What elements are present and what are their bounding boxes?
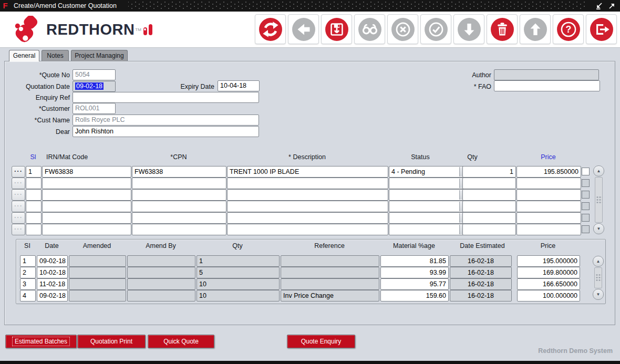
toolbar-approve-button[interactable] <box>420 14 451 44</box>
item-row-2-cpn-field[interactable] <box>132 178 226 189</box>
tab-project-managing[interactable]: Project Managing <box>71 50 128 61</box>
item-row-3-price-field[interactable] <box>516 189 581 201</box>
item-row-1-price-field[interactable]: 195.850000 <box>516 166 581 178</box>
quote-no-field[interactable]: 5054 <box>73 69 116 80</box>
history-scrollbar-thumb[interactable] <box>595 274 601 282</box>
item-row-1-lov-button[interactable]: ··· <box>12 166 25 178</box>
item-row-3-irn-mat-code-field[interactable] <box>42 189 131 201</box>
item-row-5-cpn-field[interactable] <box>132 212 226 224</box>
item-row-4-lov-button[interactable]: ··· <box>12 201 25 212</box>
item-row-4-price-field[interactable] <box>516 201 581 212</box>
toolbar-help-button[interactable]: ? <box>553 14 584 44</box>
items-scrollbar-up-arrow-icon[interactable]: ▲ <box>593 165 604 176</box>
item-row-2-description-field[interactable] <box>227 178 388 189</box>
restore-down-icon[interactable] <box>595 2 604 10</box>
item-row-6-cpn-field[interactable] <box>132 224 226 235</box>
item-row-6-description-field[interactable] <box>227 224 388 235</box>
items-scrollbar[interactable]: ▲▼ <box>593 165 604 234</box>
item-row-5-irn-mat-code-field[interactable] <box>42 212 131 224</box>
author-field[interactable] <box>494 69 599 80</box>
item-row-1-checkbox[interactable] <box>582 168 590 175</box>
maximize-icon[interactable] <box>607 2 616 10</box>
expiry-date-field[interactable]: 10-04-18 <box>218 80 260 91</box>
item-row-1-cpn-field[interactable]: FW63838 <box>132 166 226 178</box>
history-row-3-cell-7: 16-02-18 <box>450 278 512 290</box>
item-row-6-irn-mat-code-field[interactable] <box>42 224 131 235</box>
history-scrollbar[interactable]: ▲▼ <box>593 256 604 300</box>
fao-field[interactable] <box>494 80 600 91</box>
quick-quote-button[interactable]: Quick Quote <box>148 335 214 348</box>
item-row-5-qty-field[interactable] <box>462 212 516 224</box>
toolbar-delete-button[interactable] <box>487 14 518 44</box>
item-row-6-sl-field[interactable] <box>26 224 42 235</box>
item-row-1-description-field[interactable]: TRENT 1000 IP BLADE <box>227 166 388 178</box>
toolbar-cancel-button[interactable] <box>387 14 418 44</box>
enquiry-ref-field[interactable] <box>73 92 259 103</box>
expiry-date-label: Expiry Date <box>158 82 214 91</box>
item-row-2-status-select[interactable]: ▼ <box>389 178 469 189</box>
toolbar-up-button[interactable] <box>520 14 551 44</box>
customer-field[interactable]: ROL001 <box>73 103 116 114</box>
item-row-3-lov-button[interactable]: ··· <box>12 189 25 201</box>
item-row-3-sl-field[interactable] <box>26 189 42 201</box>
cust-name-field[interactable]: Rolls Royce PLC <box>73 115 259 126</box>
toolbar-find-button[interactable] <box>354 14 385 44</box>
items-scrollbar-track[interactable] <box>595 177 603 223</box>
item-row-1-qty-field[interactable]: 1 <box>462 166 516 178</box>
item-row-6-lov-button[interactable]: ··· <box>12 224 25 235</box>
item-row-2-irn-mat-code-field[interactable] <box>42 178 131 189</box>
item-row-2-checkbox[interactable] <box>582 179 590 187</box>
item-row-3-qty-field[interactable] <box>462 189 516 201</box>
item-row-3-status-select[interactable]: ▼ <box>389 189 469 201</box>
item-row-1-status-select[interactable]: 4 - Pending▼ <box>389 166 469 178</box>
item-row-3-description-field[interactable] <box>227 189 388 201</box>
item-row-2-lov-button[interactable]: ··· <box>12 178 25 189</box>
toolbar-exit-button[interactable] <box>586 14 617 44</box>
item-row-6-qty-field[interactable] <box>462 224 516 235</box>
item-row-4-cpn-field[interactable] <box>132 201 226 212</box>
item-row-3-checkbox[interactable] <box>582 191 590 199</box>
item-row-4-irn-mat-code-field[interactable] <box>42 201 131 212</box>
dear-field[interactable]: John Rishton <box>73 126 259 137</box>
quotation-date-field[interactable]: 09-02-18 <box>73 81 116 92</box>
item-row-1-sl-field[interactable]: 1 <box>26 166 42 178</box>
item-row-1-irn-mat-code-field[interactable]: FW63838 <box>42 166 131 178</box>
item-row-5-sl-field[interactable] <box>26 212 42 224</box>
item-row-5-checkbox[interactable] <box>582 214 590 222</box>
item-row-5-lov-button[interactable]: ··· <box>12 212 25 224</box>
item-row-6-price-field[interactable] <box>516 224 581 235</box>
toolbar-save-button[interactable] <box>321 14 352 44</box>
toolbar-down-button[interactable] <box>453 14 484 44</box>
history-col-header-8: Price <box>517 242 579 249</box>
tab-general[interactable]: General <box>9 50 39 61</box>
item-row-5-description-field[interactable] <box>227 212 388 224</box>
item-row-4-status-select[interactable]: ▼ <box>389 201 469 212</box>
history-scrollbar-up-arrow-icon[interactable]: ▲ <box>593 256 604 267</box>
history-scrollbar-down-arrow-icon[interactable]: ▼ <box>593 289 604 300</box>
item-row-2-price-field[interactable] <box>516 178 581 189</box>
item-row-2-sl-field[interactable] <box>26 178 42 189</box>
tab-notes[interactable]: Notes <box>42 50 69 61</box>
quote-enquiry-button[interactable]: Quote Enquiry <box>287 335 355 348</box>
history-row-1-cell-4: 1 <box>197 255 280 267</box>
item-row-4-qty-field[interactable] <box>462 201 516 212</box>
item-row-6-status-select[interactable]: ▼ <box>389 224 469 235</box>
item-row-2-qty-field[interactable] <box>462 178 516 189</box>
item-row-4-description-field[interactable] <box>227 201 388 212</box>
item-row-3-cpn-field[interactable] <box>132 189 226 201</box>
item-row-6-checkbox[interactable] <box>582 225 590 233</box>
items-scrollbar-thumb[interactable] <box>596 196 602 204</box>
item-row-4-sl-field[interactable] <box>26 201 42 212</box>
history-row-3-cell-8: 166.650000 <box>517 278 580 290</box>
history-scrollbar-track[interactable] <box>594 267 602 288</box>
history-row-2-cell-4: 5 <box>197 267 280 278</box>
item-row-5-price-field[interactable] <box>516 212 581 224</box>
quotation-print-button[interactable]: Quotation Print <box>77 335 146 348</box>
items-scrollbar-down-arrow-icon[interactable]: ▼ <box>593 223 604 234</box>
history-row-4-cell-2 <box>69 290 126 301</box>
toolbar-refresh-button[interactable] <box>255 14 286 44</box>
toolbar-back-button[interactable] <box>288 14 319 44</box>
item-row-5-status-select[interactable]: ▼ <box>389 212 469 224</box>
estimated-batches-button[interactable]: Estimated Batches <box>5 335 77 348</box>
item-row-4-checkbox[interactable] <box>582 202 590 210</box>
